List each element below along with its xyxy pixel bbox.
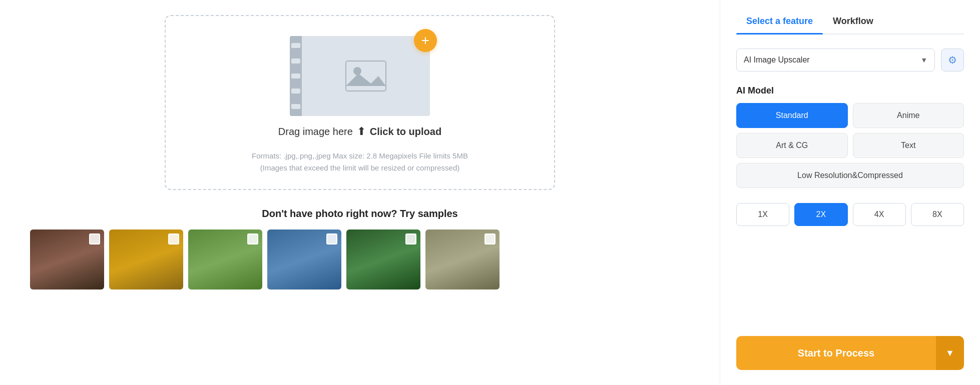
process-row: Start to Process ▼ [736,336,964,370]
sample-checkbox[interactable] [405,234,416,244]
scale-4x-label: 4X [874,210,884,219]
film-notch [291,43,300,48]
scale-1x-button[interactable]: 1X [736,203,789,226]
right-panel: Select a feature Workflow AI Image Upsca… [720,0,980,385]
upload-text: Drag image here ⬆ Click to upload [278,125,441,138]
film-notch [291,74,300,78]
svg-rect-0 [346,61,386,91]
sample-checkbox[interactable] [89,234,100,244]
svg-point-1 [353,67,361,75]
list-item[interactable] [267,230,341,290]
model-anime-label: Anime [897,111,919,120]
film-notch [291,104,300,109]
model-artcg-button[interactable]: Art & CG [736,133,848,158]
film-strip-left [290,36,302,116]
start-process-label: Start to Process [798,348,874,359]
process-dropdown-button[interactable]: ▼ [936,336,964,370]
model-anime-button[interactable]: Anime [853,103,964,128]
model-lowres-button[interactable]: Low Resolution&Compressed [736,163,964,188]
samples-title: Don't have photo right now? Try samples [30,208,690,220]
scale-row: 1X 2X 4X 8X [736,203,964,226]
list-item[interactable] [346,230,420,290]
scale-8x-label: 8X [932,210,942,219]
sample-checkbox[interactable] [168,234,179,244]
list-item[interactable] [109,230,183,290]
film-notch [291,88,300,94]
film-content [302,36,430,116]
scale-4x-button[interactable]: 4X [853,203,906,226]
upload-formats-text: Formats: .jpg,.png,.jpeg Max size: 2.8 M… [252,152,468,160]
model-text-button[interactable]: Text [853,133,964,158]
process-arrow-icon: ▼ [945,348,954,358]
model-lowres-label: Low Resolution&Compressed [797,171,903,180]
tab-select-feature-label: Select a feature [746,16,813,26]
list-item[interactable] [425,230,500,290]
upload-drag-text: Drag image here [278,126,353,138]
gear-settings-button[interactable]: ⚙ [941,48,964,72]
left-panel: + Drag image here ⬆ Click to upload Form… [0,0,720,385]
upload-formats-note: (Images that exceed the limit will be re… [260,164,460,172]
gear-icon: ⚙ [948,54,957,66]
scale-8x-button[interactable]: 8X [911,203,964,226]
scale-2x-label: 2X [816,210,826,219]
chevron-down-icon: ▼ [920,56,927,64]
feature-dropdown-value: AI Image Upscaler [744,56,810,64]
image-placeholder [290,36,430,116]
tab-workflow-label: Workflow [833,16,873,26]
landscape-svg [343,58,388,94]
tab-workflow[interactable]: Workflow [823,10,883,34]
model-artcg-label: Art & CG [776,141,808,150]
model-grid: Standard Anime Art & CG Text Low Resolut… [736,103,964,188]
list-item[interactable] [188,230,262,290]
sample-checkbox[interactable] [247,234,258,244]
tabs-bar: Select a feature Workflow [736,10,964,34]
samples-section: Don't have photo right now? Try samples [30,208,690,290]
film-notch [291,58,300,64]
sample-checkbox[interactable] [326,234,337,244]
feature-dropdown[interactable]: AI Image Upscaler ▼ [736,48,935,72]
model-standard-button[interactable]: Standard [736,103,848,128]
feature-selector: AI Image Upscaler ▼ ⚙ [736,48,964,72]
upload-icon-container: + [290,36,430,116]
model-standard-label: Standard [776,111,808,120]
upload-click-text: Click to upload [370,126,441,138]
upload-arrow-icon: ⬆ [357,125,366,138]
sample-checkbox[interactable] [484,234,496,244]
tab-select-feature[interactable]: Select a feature [736,10,823,34]
upload-area[interactable]: + Drag image here ⬆ Click to upload Form… [165,15,555,190]
scale-2x-button[interactable]: 2X [794,203,847,226]
start-process-button[interactable]: Start to Process [736,336,936,370]
scale-1x-label: 1X [758,210,768,219]
ai-model-label: AI Model [736,86,964,96]
plus-circle-icon: + [414,29,437,52]
upload-formats: Formats: .jpg,.png,.jpeg Max size: 2.8 M… [252,150,468,174]
samples-row [30,230,690,290]
model-text-label: Text [901,141,915,150]
list-item[interactable] [30,230,104,290]
